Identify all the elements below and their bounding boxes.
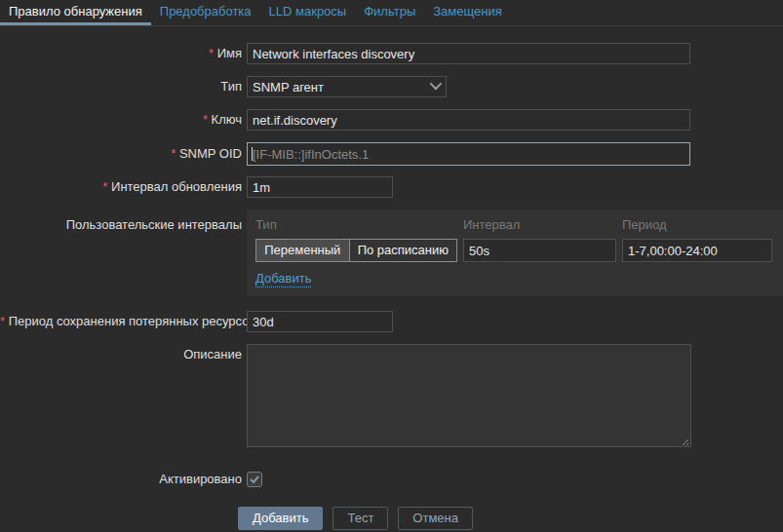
type-select-value: SNMP агент bbox=[253, 80, 324, 95]
custom-intervals-headers: Тип Интервал Период bbox=[255, 216, 774, 234]
form-footer: Добавить Тест Отмена bbox=[238, 507, 783, 530]
description-label: Описание bbox=[0, 344, 247, 365]
name-label: Имя bbox=[0, 43, 247, 64]
key-row: Ключ bbox=[0, 109, 783, 131]
column-header-period: Период bbox=[622, 216, 774, 234]
enabled-checkbox[interactable] bbox=[247, 472, 262, 487]
tab-discovery-rule[interactable]: Правило обнаружения bbox=[0, 0, 151, 25]
description-row: Описание bbox=[0, 344, 783, 450]
discovery-rule-page: Правило обнаружения Предобработка LLD ма… bbox=[0, 0, 783, 530]
type-row: Тип SNMP агент bbox=[0, 76, 783, 97]
key-input[interactable] bbox=[247, 109, 690, 131]
name-input[interactable] bbox=[247, 43, 690, 64]
custom-intervals-panel: Тип Интервал Период Переменный По распис… bbox=[247, 209, 783, 296]
lost-resources-input[interactable] bbox=[247, 311, 393, 332]
add-interval-link[interactable]: Добавить bbox=[255, 271, 311, 287]
custom-period-input[interactable] bbox=[622, 239, 772, 262]
test-button[interactable]: Тест bbox=[333, 507, 388, 530]
custom-intervals-label: Пользовательские интервалы bbox=[0, 209, 247, 234]
type-select[interactable]: SNMP агент bbox=[247, 76, 447, 97]
add-button[interactable]: Добавить bbox=[238, 507, 323, 530]
discovery-rule-form: Имя Тип SNMP агент Ключ SNMP OID bbox=[0, 26, 783, 530]
interval-type-flexible-button[interactable]: Переменный bbox=[256, 240, 349, 261]
interval-type-scheduling-button[interactable]: По расписанию bbox=[349, 240, 456, 261]
update-interval-input[interactable] bbox=[247, 176, 393, 198]
tab-bar: Правило обнаружения Предобработка LLD ма… bbox=[0, 0, 783, 26]
snmp-oid-row: SNMP OID bbox=[0, 142, 783, 166]
chevron-down-icon bbox=[430, 78, 443, 91]
custom-intervals-row: Пользовательские интервалы Тип Интервал … bbox=[0, 209, 783, 296]
enabled-row: Активировано bbox=[0, 469, 783, 490]
name-row: Имя bbox=[0, 43, 783, 64]
lost-resources-row: Период сохранения потерянных ресурсов bbox=[0, 311, 783, 332]
key-label: Ключ bbox=[0, 109, 247, 131]
tab-preprocessing[interactable]: Предобработка bbox=[151, 0, 260, 25]
column-header-interval: Интервал bbox=[463, 216, 622, 234]
type-label: Тип bbox=[0, 76, 247, 97]
interval-type-segmented: Переменный По расписанию bbox=[255, 239, 457, 262]
custom-interval-row: Переменный По расписанию bbox=[255, 239, 774, 262]
enabled-label: Активировано bbox=[0, 469, 247, 490]
text-caret bbox=[252, 147, 253, 161]
description-textarea[interactable] bbox=[247, 344, 691, 447]
cancel-button[interactable]: Отмена bbox=[398, 507, 473, 530]
snmp-oid-input[interactable] bbox=[247, 142, 690, 166]
update-interval-label: Интервал обновления bbox=[0, 176, 247, 198]
tab-lld-macros[interactable]: LLD макросы bbox=[260, 0, 356, 25]
snmp-oid-label: SNMP OID bbox=[0, 142, 247, 166]
tab-filters[interactable]: Фильтры bbox=[355, 0, 424, 25]
tab-overrides[interactable]: Замещения bbox=[424, 0, 511, 25]
check-icon bbox=[249, 474, 260, 485]
lost-resources-label: Период сохранения потерянных ресурсов bbox=[0, 311, 247, 332]
column-header-type: Тип bbox=[255, 216, 463, 234]
custom-interval-input[interactable] bbox=[463, 239, 616, 262]
update-interval-row: Интервал обновления bbox=[0, 176, 783, 198]
